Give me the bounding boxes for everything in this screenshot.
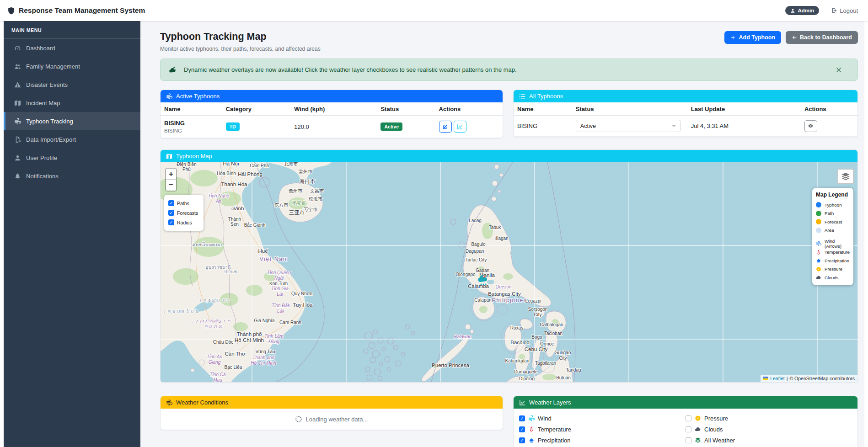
weather-layer-temperature[interactable]: ✓Temperature xyxy=(519,424,686,435)
column-header: Actions xyxy=(801,102,857,116)
overlay-toggle-forecasts[interactable]: ✓Forecasts xyxy=(168,208,198,218)
weather-layer-all-weather[interactable]: All Weather xyxy=(686,435,852,446)
checkbox[interactable]: ✓ xyxy=(519,415,525,421)
map-icon xyxy=(13,100,21,106)
loading-text: Loading weather data... xyxy=(306,416,368,423)
back-to-dashboard-button[interactable]: Back to Dashboard xyxy=(786,31,858,44)
checkbox[interactable]: ✓ xyxy=(168,200,174,206)
page-subtitle: Monitor active typhoons, their paths, fo… xyxy=(160,46,321,52)
overlay-toggle-paths[interactable]: ✓Paths xyxy=(168,198,198,208)
map-label: Thành phố xyxy=(252,355,275,360)
sidebar-item-label: Disaster Events xyxy=(26,81,68,88)
wind-icon xyxy=(166,93,172,100)
weather-layer-label: Clouds xyxy=(704,426,723,433)
zoom-in-button[interactable]: + xyxy=(166,169,176,180)
add-typhoon-button[interactable]: Add Typhoon xyxy=(724,31,781,44)
sidebar-item-typhoon-tracking[interactable]: Typhoon Tracking xyxy=(4,112,140,130)
map-label: Butuan xyxy=(556,375,571,380)
map-label: Sorsogon xyxy=(528,307,548,312)
active-typhoons-table: NameCategoryWind (kph)StatusActions BISI… xyxy=(161,102,503,138)
admin-badge[interactable]: Admin xyxy=(785,6,819,15)
map-label: Tacloban xyxy=(544,331,563,336)
leaflet-link[interactable]: Leaflet xyxy=(770,376,785,381)
map-label: Calapan xyxy=(474,298,491,303)
weather-layer-label: Pressure xyxy=(704,415,728,422)
typhoon-name: BISING xyxy=(164,120,219,127)
sidebar-item-family-management[interactable]: Family Management xyxy=(4,57,140,75)
map-label: Quy Nhơn xyxy=(291,291,312,296)
map-label: Philippines xyxy=(492,297,527,303)
legend-item-pressure: Pressure xyxy=(816,265,850,274)
checkbox[interactable]: ✓ xyxy=(168,219,174,225)
overlay-toggle-radius[interactable]: ✓Radius xyxy=(168,218,198,227)
map-label: Hòa Bình xyxy=(217,171,236,176)
sidebar-item-dashboard[interactable]: Dashboard xyxy=(4,39,140,57)
map-label: ក្រុងបាត់ដំបង xyxy=(161,309,199,314)
logout-button[interactable]: Logout xyxy=(831,7,858,14)
map-label: Bogo xyxy=(531,335,542,340)
osm-attribution[interactable]: © OpenStreetMap contributors xyxy=(789,376,855,381)
all-typhoons-card: All Typhoons NameStatusLast UpdateAction… xyxy=(513,90,858,137)
map-label: Vũng Tàu xyxy=(255,349,275,354)
sidebar-item-incident-map[interactable]: Incident Map xyxy=(4,94,140,112)
chart-button[interactable] xyxy=(454,121,466,133)
sidebar-item-notifications[interactable]: Notifications xyxy=(4,167,140,185)
typhoon-name: BISING xyxy=(514,116,572,137)
map-label: Surigao xyxy=(555,350,571,355)
sidebar-item-disaster-events[interactable]: Disaster Events xyxy=(4,75,140,94)
checkbox[interactable]: ✓ xyxy=(519,437,525,443)
map-label: Puerto Princesa xyxy=(432,362,469,368)
map-label: Bacolod xyxy=(510,340,530,345)
map-label: ສະຫວັນນະເຂດ xyxy=(193,242,222,247)
zoom-out-button[interactable]: − xyxy=(166,180,176,191)
weather-layer-clouds[interactable]: Clouds xyxy=(686,424,852,435)
weather-layer-precipitation[interactable]: ✓Precipitation xyxy=(519,435,686,446)
map-label: Palawan xyxy=(454,334,472,339)
status-select[interactable]: Active xyxy=(576,120,681,132)
view-button[interactable] xyxy=(804,120,817,132)
alert-text: Dynamic weather overlays are now availab… xyxy=(184,66,517,73)
sidebar-item-user-profile[interactable]: User Profile xyxy=(4,149,140,167)
layers-control-button[interactable] xyxy=(837,169,854,184)
weather-layers-header: Weather Layers xyxy=(514,396,857,409)
gauge-icon xyxy=(695,415,701,421)
cloud-icon xyxy=(695,426,701,432)
chart-line-icon xyxy=(519,399,525,406)
map-label: Cebu City xyxy=(525,346,548,352)
user-icon xyxy=(13,154,21,161)
map-label: Dagupan xyxy=(466,249,484,254)
map-label: Việt Nam xyxy=(259,256,288,262)
edit-button[interactable] xyxy=(439,121,452,133)
map-label: Lai xyxy=(277,292,283,297)
main-content: Typhoon Tracking Map Monitor active typh… xyxy=(140,21,864,447)
checkbox[interactable] xyxy=(686,437,691,443)
dashboard-icon xyxy=(13,45,21,52)
sidebar-item-data-import-export[interactable]: Data Import/Export xyxy=(4,130,140,149)
legend-item-precipitation: Precipitation xyxy=(816,256,850,265)
checkbox[interactable] xyxy=(686,415,691,421)
weather-layer-pressure[interactable]: Pressure xyxy=(686,413,852,424)
checkbox[interactable]: ✓ xyxy=(168,210,174,216)
checkbox[interactable]: ✓ xyxy=(519,426,525,432)
map-label: Cần Thơ xyxy=(225,351,246,357)
sidebar-item-label: Notifications xyxy=(26,173,59,180)
map-label: 雷州市 xyxy=(299,169,313,174)
overlay-toggle-label: Paths xyxy=(177,201,189,206)
close-icon[interactable] xyxy=(836,67,842,73)
map-label: Châu Đốc xyxy=(213,340,233,345)
fileexp-icon xyxy=(13,136,21,143)
sidebar-item-label: Dashboard xyxy=(26,45,55,52)
map-label: An xyxy=(215,199,222,204)
column-header: Category xyxy=(222,102,291,116)
weather-layer-label: Temperature xyxy=(538,426,571,433)
user-icon xyxy=(790,8,795,13)
cloud-icon xyxy=(816,275,821,280)
checkbox[interactable] xyxy=(686,426,691,432)
column-header: Name xyxy=(514,102,572,116)
map-legend-title: Map Legend xyxy=(816,192,850,198)
category-badge: TD xyxy=(226,122,240,131)
map-canvas[interactable]: Điện BiênPhủHà NộiCẩm Phả北海市Hòa BìnhHải … xyxy=(161,162,857,382)
sidebar-item-label: Incident Map xyxy=(26,100,60,106)
weather-layer-wind[interactable]: ✓Wind xyxy=(519,413,686,424)
typhoon-map-card: Typhoon Map Điện BiênPhủHà NộiCẩm Phả北海市… xyxy=(160,149,858,383)
